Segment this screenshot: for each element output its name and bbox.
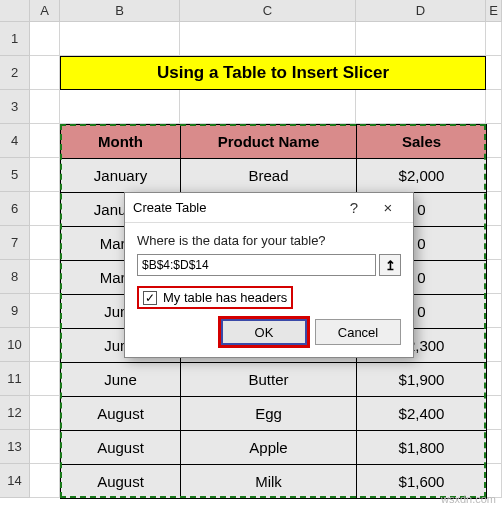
table-header-month[interactable]: Month xyxy=(61,125,181,159)
row-headers: 1 2 3 4 5 6 7 8 9 10 11 12 13 14 xyxy=(0,22,30,498)
row-header-14[interactable]: 14 xyxy=(0,464,30,498)
row-header-11[interactable]: 11 xyxy=(0,362,30,396)
ok-button[interactable]: OK xyxy=(221,319,307,345)
table-header-sales[interactable]: Sales xyxy=(357,125,487,159)
checkbox-icon[interactable]: ✓ xyxy=(143,291,157,305)
table-row: JanuaryBread$2,000 xyxy=(61,159,487,193)
create-table-dialog: Create Table ? × Where is the data for y… xyxy=(124,192,414,358)
checkbox-label: My table has headers xyxy=(163,290,287,305)
table-header-product[interactable]: Product Name xyxy=(181,125,357,159)
row-header-10[interactable]: 10 xyxy=(0,328,30,362)
table-row: JuneButter$1,900 xyxy=(61,363,487,397)
row-header-9[interactable]: 9 xyxy=(0,294,30,328)
table-row: AugustEgg$2,400 xyxy=(61,397,487,431)
row-header-3[interactable]: 3 xyxy=(0,90,30,124)
collapse-dialog-icon[interactable]: ↥ xyxy=(379,254,401,276)
row-header-12[interactable]: 12 xyxy=(0,396,30,430)
cancel-button[interactable]: Cancel xyxy=(315,319,401,345)
range-input[interactable] xyxy=(137,254,376,276)
row-header-2[interactable]: 2 xyxy=(0,56,30,90)
row-header-1[interactable]: 1 xyxy=(0,22,30,56)
row-header-7[interactable]: 7 xyxy=(0,226,30,260)
col-header-B[interactable]: B xyxy=(60,0,180,21)
column-headers: A B C D E xyxy=(0,0,502,22)
watermark: wsxdn.com xyxy=(441,493,496,505)
row-header-8[interactable]: 8 xyxy=(0,260,30,294)
row-header-4[interactable]: 4 xyxy=(0,124,30,158)
help-button[interactable]: ? xyxy=(337,194,371,222)
dialog-titlebar[interactable]: Create Table ? × xyxy=(125,193,413,223)
table-row: AugustApple$1,800 xyxy=(61,431,487,465)
headers-checkbox-row[interactable]: ✓ My table has headers xyxy=(137,286,293,309)
table-row: AugustMilk$1,600 xyxy=(61,465,487,499)
col-header-C[interactable]: C xyxy=(180,0,356,21)
row-header-5[interactable]: 5 xyxy=(0,158,30,192)
row-header-13[interactable]: 13 xyxy=(0,430,30,464)
dialog-prompt: Where is the data for your table? xyxy=(137,233,401,248)
row-header-6[interactable]: 6 xyxy=(0,192,30,226)
col-header-E[interactable]: E xyxy=(486,0,502,21)
select-all-corner[interactable] xyxy=(0,0,30,21)
dialog-title: Create Table xyxy=(133,200,337,215)
col-header-D[interactable]: D xyxy=(356,0,486,21)
page-title[interactable]: Using a Table to Insert Slicer xyxy=(60,56,486,90)
close-button[interactable]: × xyxy=(371,194,405,222)
col-header-A[interactable]: A xyxy=(30,0,60,21)
